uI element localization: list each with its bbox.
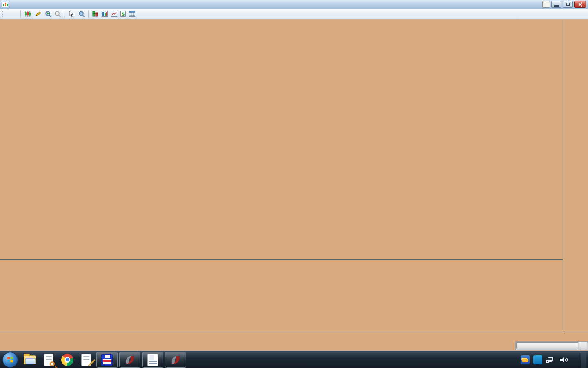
price-axis[interactable] [563, 20, 588, 342]
svg-text:$: $ [122, 11, 125, 17]
ninjatrader-icon [124, 354, 136, 366]
folder-icon [24, 355, 36, 364]
instrument-dropdown[interactable] [5, 13, 12, 15]
draw-tool-button[interactable] [33, 10, 44, 18]
restore-icon [566, 3, 570, 6]
cloud-app-icon[interactable] [521, 355, 530, 364]
magnifier-icon [50, 361, 55, 366]
grid-window-button[interactable] [127, 10, 137, 18]
skype-icon[interactable] [533, 355, 542, 364]
dollar-icon: $ [120, 11, 126, 17]
zoom-in-button[interactable] [44, 10, 53, 18]
show-desktop-button[interactable] [581, 352, 586, 368]
zoom-in-icon [45, 11, 52, 17]
titlebar[interactable] [0, 0, 588, 9]
chart-region [0, 19, 588, 351]
chart-window-button[interactable] [109, 10, 119, 18]
close-icon [578, 2, 582, 7]
toolbar-grip[interactable] [2, 11, 4, 18]
indicator-parameters-text [2, 21, 563, 27]
taskbar-item-ninjatrader-2[interactable] [165, 352, 186, 368]
app-chart-icon [2, 2, 8, 7]
taskbar-item-ninjatrader-1[interactable] [119, 352, 140, 368]
speaker-icon[interactable] [559, 355, 568, 364]
word-document-icon [147, 354, 158, 366]
taskbar-item-explorer[interactable] [20, 352, 39, 368]
chrome-icon [61, 354, 74, 366]
taskbar-item-notepad[interactable] [77, 352, 96, 368]
scrollbar-thumb[interactable] [516, 342, 578, 349]
zoom-out-button[interactable] [53, 10, 62, 18]
taskbar [0, 351, 588, 368]
ninjatrader-icon [169, 354, 182, 366]
floppy-disk-icon [101, 354, 113, 366]
start-button[interactable] [2, 352, 18, 368]
windows-logo-icon [7, 357, 13, 363]
lower-indicator-panel[interactable] [0, 260, 563, 332]
chart-style-button[interactable] [23, 10, 33, 18]
market-analyzer-icon [101, 11, 108, 17]
interval-dropdown[interactable] [12, 13, 18, 15]
chart-trader-button[interactable] [91, 10, 100, 18]
market-analyzer-button[interactable] [100, 10, 109, 18]
data-box-button[interactable] [77, 10, 86, 18]
restore-button[interactable] [563, 1, 573, 8]
taskbar-item-word-document[interactable] [142, 352, 163, 368]
minimize-button[interactable] [551, 1, 561, 8]
account-button[interactable]: $ [119, 10, 127, 18]
close-button[interactable] [574, 1, 586, 8]
taskbar-item-chrome[interactable] [58, 352, 77, 368]
zoom-out-icon [54, 11, 61, 17]
chart-horizontal-scrollbar[interactable] [515, 341, 588, 350]
main-price-chart[interactable] [0, 20, 563, 259]
scrollbar-right-arrow[interactable] [579, 342, 587, 350]
line-chart-icon [111, 11, 118, 17]
minimize-icon [554, 5, 559, 7]
cursor-icon [68, 11, 75, 17]
pencil-icon [35, 11, 42, 17]
notepad-icon [81, 354, 91, 366]
time-axis[interactable] [0, 332, 588, 351]
cursor-tool-button[interactable] [67, 10, 77, 18]
desktop: $ [0, 0, 588, 368]
spreadsheet-icon [129, 11, 136, 17]
network-icon[interactable] [546, 355, 555, 364]
magnifier-icon [78, 11, 85, 17]
document-icon [44, 354, 53, 366]
taskbar-item-floppy-app[interactable] [96, 352, 118, 368]
chart-trader-icon [92, 11, 99, 17]
candlestick-icon [24, 11, 31, 17]
link-button[interactable] [542, 1, 550, 8]
pencil-icon [89, 359, 96, 366]
system-tray [513, 352, 588, 368]
panel-splitter[interactable] [0, 259, 563, 260]
toolbar: $ [0, 9, 588, 19]
taskbar-item-search-document[interactable] [39, 352, 58, 368]
